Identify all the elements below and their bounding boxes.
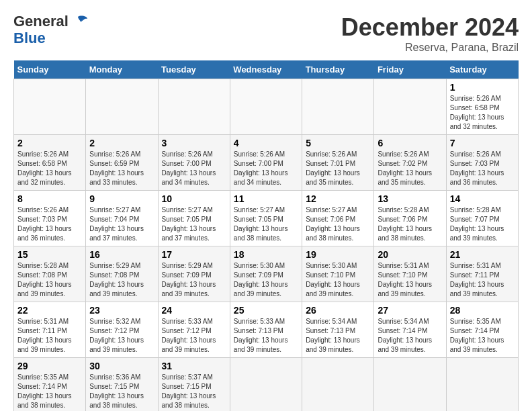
calendar-day-cell: 12 Sunrise: 5:27 AMSunset: 7:06 PMDaylig…	[302, 191, 374, 246]
calendar-day-cell: 17 Sunrise: 5:29 AMSunset: 7:09 PMDaylig…	[158, 246, 230, 302]
day-number: 17	[162, 249, 226, 260]
day-number: 10	[162, 193, 226, 204]
day-info: Sunrise: 5:26 AMSunset: 6:58 PMDaylight:…	[17, 150, 72, 186]
calendar-day-cell: 22 Sunrise: 5:31 AMSunset: 7:11 PMDaylig…	[14, 302, 86, 358]
day-number: 22	[17, 305, 82, 316]
day-info: Sunrise: 5:26 AMSunset: 7:02 PMDaylight:…	[378, 150, 432, 186]
day-info: Sunrise: 5:31 AMSunset: 7:11 PMDaylight:…	[17, 318, 72, 353]
day-number: 4	[234, 138, 298, 148]
day-number: 21	[450, 249, 515, 260]
day-number: 5	[306, 138, 370, 148]
calendar-day-cell: 11 Sunrise: 5:27 AMSunset: 7:05 PMDaylig…	[230, 191, 302, 246]
week-row-6: 29 Sunrise: 5:35 AMSunset: 7:14 PMDaylig…	[14, 358, 519, 412]
day-info: Sunrise: 5:29 AMSunset: 7:09 PMDaylight:…	[162, 262, 216, 298]
calendar-table: Sunday Monday Tuesday Wednesday Thursday…	[13, 60, 519, 411]
logo: General Blue	[13, 13, 89, 46]
logo-blue: Blue	[13, 30, 89, 46]
day-number: 19	[306, 249, 370, 260]
day-info: Sunrise: 5:30 AMSunset: 7:10 PMDaylight:…	[306, 262, 360, 298]
calendar-day-cell: 24 Sunrise: 5:33 AMSunset: 7:12 PMDaylig…	[158, 302, 230, 358]
day-number: 26	[306, 305, 370, 316]
calendar-day-cell: 6 Sunrise: 5:26 AMSunset: 7:02 PMDayligh…	[374, 135, 446, 191]
calendar-day-cell: 14 Sunrise: 5:28 AMSunset: 7:07 PMDaylig…	[446, 191, 518, 246]
col-friday: Friday	[374, 60, 446, 79]
day-info: Sunrise: 5:28 AMSunset: 7:07 PMDaylight:…	[450, 206, 504, 242]
day-info: Sunrise: 5:28 AMSunset: 7:08 PMDaylight:…	[17, 262, 72, 298]
col-tuesday: Tuesday	[158, 60, 230, 79]
day-number: 28	[450, 305, 515, 316]
day-info: Sunrise: 5:26 AMSunset: 7:03 PMDaylight:…	[17, 206, 72, 242]
calendar-day-cell: 29 Sunrise: 5:35 AMSunset: 7:14 PMDaylig…	[14, 358, 86, 412]
day-number: 14	[450, 193, 515, 204]
empty-cell	[446, 358, 518, 412]
day-number: 25	[234, 305, 298, 316]
day-number: 3	[162, 138, 226, 148]
day-info: Sunrise: 5:33 AMSunset: 7:13 PMDaylight:…	[234, 318, 288, 353]
empty-cell	[374, 79, 446, 135]
day-number: 24	[162, 305, 226, 316]
calendar-day-cell: 26 Sunrise: 5:34 AMSunset: 7:13 PMDaylig…	[302, 302, 374, 358]
day-info: Sunrise: 5:26 AMSunset: 6:59 PMDaylight:…	[89, 150, 144, 186]
day-info: Sunrise: 5:29 AMSunset: 7:08 PMDaylight:…	[89, 262, 144, 298]
calendar-day-cell: 3 Sunrise: 5:26 AMSunset: 7:00 PMDayligh…	[158, 135, 230, 191]
day-info: Sunrise: 5:26 AMSunset: 6:58 PMDaylight:…	[450, 95, 504, 130]
calendar-day-cell: 7 Sunrise: 5:26 AMSunset: 7:03 PMDayligh…	[446, 135, 518, 191]
logo-bird-icon	[69, 13, 89, 30]
col-thursday: Thursday	[302, 60, 374, 79]
logo-general: General	[13, 13, 69, 30]
calendar-day-cell: 28 Sunrise: 5:35 AMSunset: 7:14 PMDaylig…	[446, 302, 518, 358]
day-number: 7	[450, 138, 515, 148]
week-row-2: 2 Sunrise: 5:26 AMSunset: 6:58 PMDayligh…	[14, 135, 519, 191]
calendar-day-cell: 31 Sunrise: 5:37 AMSunset: 7:15 PMDaylig…	[158, 358, 230, 412]
empty-cell	[302, 79, 374, 135]
calendar-day-cell: 21 Sunrise: 5:31 AMSunset: 7:11 PMDaylig…	[446, 246, 518, 302]
day-number: 9	[89, 193, 154, 204]
logo-text: General Blue	[13, 13, 89, 46]
day-number: 30	[89, 361, 154, 371]
empty-cell	[230, 79, 302, 135]
day-number: 11	[234, 193, 298, 204]
day-number: 2	[17, 138, 82, 148]
day-info: Sunrise: 5:26 AMSunset: 7:01 PMDaylight:…	[306, 150, 360, 186]
day-info: Sunrise: 5:27 AMSunset: 7:06 PMDaylight:…	[306, 206, 360, 242]
day-info: Sunrise: 5:27 AMSunset: 7:04 PMDaylight:…	[89, 206, 144, 242]
day-info: Sunrise: 5:35 AMSunset: 7:14 PMDaylight:…	[450, 318, 504, 353]
calendar-day-cell: 13 Sunrise: 5:28 AMSunset: 7:06 PMDaylig…	[374, 191, 446, 246]
calendar-day-cell: 18 Sunrise: 5:30 AMSunset: 7:09 PMDaylig…	[230, 246, 302, 302]
day-info: Sunrise: 5:37 AMSunset: 7:15 PMDaylight:…	[162, 373, 216, 409]
week-row-1: 1 Sunrise: 5:26 AMSunset: 6:58 PMDayligh…	[14, 79, 519, 135]
empty-cell	[374, 358, 446, 412]
day-info: Sunrise: 5:27 AMSunset: 7:05 PMDaylight:…	[234, 206, 288, 242]
day-number: 23	[89, 305, 154, 316]
empty-cell	[230, 358, 302, 412]
col-wednesday: Wednesday	[230, 60, 302, 79]
day-number: 2	[89, 138, 154, 148]
calendar-day-cell: 10 Sunrise: 5:27 AMSunset: 7:05 PMDaylig…	[158, 191, 230, 246]
page-header: General Blue December 2024 Reserva, Para…	[13, 13, 519, 54]
calendar-day-cell: 9 Sunrise: 5:27 AMSunset: 7:04 PMDayligh…	[86, 191, 158, 246]
day-number: 6	[378, 138, 442, 148]
day-number: 31	[162, 361, 226, 371]
day-info: Sunrise: 5:26 AMSunset: 7:00 PMDaylight:…	[162, 150, 216, 186]
day-number: 27	[378, 305, 442, 316]
day-info: Sunrise: 5:27 AMSunset: 7:05 PMDaylight:…	[162, 206, 216, 242]
day-number: 16	[89, 249, 154, 260]
col-sunday: Sunday	[14, 60, 86, 79]
calendar-day-cell: 20 Sunrise: 5:31 AMSunset: 7:10 PMDaylig…	[374, 246, 446, 302]
day-info: Sunrise: 5:28 AMSunset: 7:06 PMDaylight:…	[378, 206, 432, 242]
col-saturday: Saturday	[446, 60, 518, 79]
empty-cell	[158, 79, 230, 135]
day-info: Sunrise: 5:34 AMSunset: 7:13 PMDaylight:…	[306, 318, 360, 353]
calendar-day-cell: 1 Sunrise: 5:26 AMSunset: 6:58 PMDayligh…	[446, 79, 518, 135]
day-number: 15	[17, 249, 82, 260]
calendar-day-cell: 30 Sunrise: 5:36 AMSunset: 7:15 PMDaylig…	[86, 358, 158, 412]
day-number: 29	[17, 361, 82, 371]
empty-cell	[14, 79, 86, 135]
calendar-day-cell: 2 Sunrise: 5:26 AMSunset: 6:59 PMDayligh…	[86, 135, 158, 191]
calendar-day-cell: 25 Sunrise: 5:33 AMSunset: 7:13 PMDaylig…	[230, 302, 302, 358]
day-info: Sunrise: 5:33 AMSunset: 7:12 PMDaylight:…	[162, 318, 216, 353]
day-number: 1	[450, 82, 515, 93]
calendar-day-cell: 2 Sunrise: 5:26 AMSunset: 6:58 PMDayligh…	[14, 135, 86, 191]
day-info: Sunrise: 5:26 AMSunset: 7:00 PMDaylight:…	[234, 150, 288, 186]
calendar-day-cell: 19 Sunrise: 5:30 AMSunset: 7:10 PMDaylig…	[302, 246, 374, 302]
